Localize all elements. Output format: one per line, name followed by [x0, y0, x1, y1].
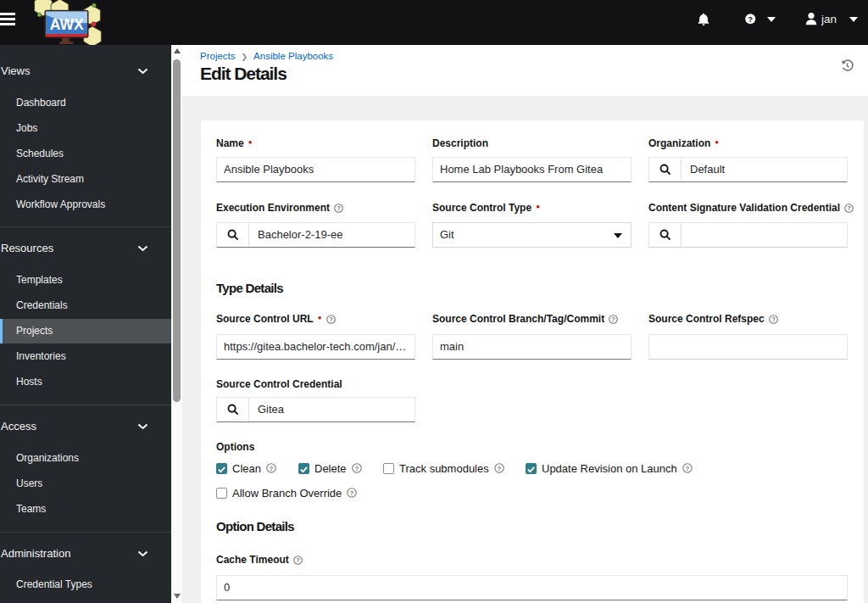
svg-text:?: ?	[748, 14, 753, 24]
svg-text:?: ?	[771, 315, 776, 323]
svg-text:?: ?	[685, 465, 689, 472]
svg-text:?: ?	[296, 556, 300, 564]
svg-text:?: ?	[270, 465, 274, 472]
svg-text:?: ?	[337, 204, 341, 212]
svg-text:?: ?	[329, 315, 333, 323]
svg-text:?: ?	[350, 489, 354, 497]
svg-text:?: ?	[847, 204, 851, 212]
svg-text:AWX: AWX	[50, 16, 84, 33]
svg-text:?: ?	[354, 465, 359, 472]
svg-text:?: ?	[611, 315, 615, 323]
svg-text:?: ?	[497, 465, 501, 472]
